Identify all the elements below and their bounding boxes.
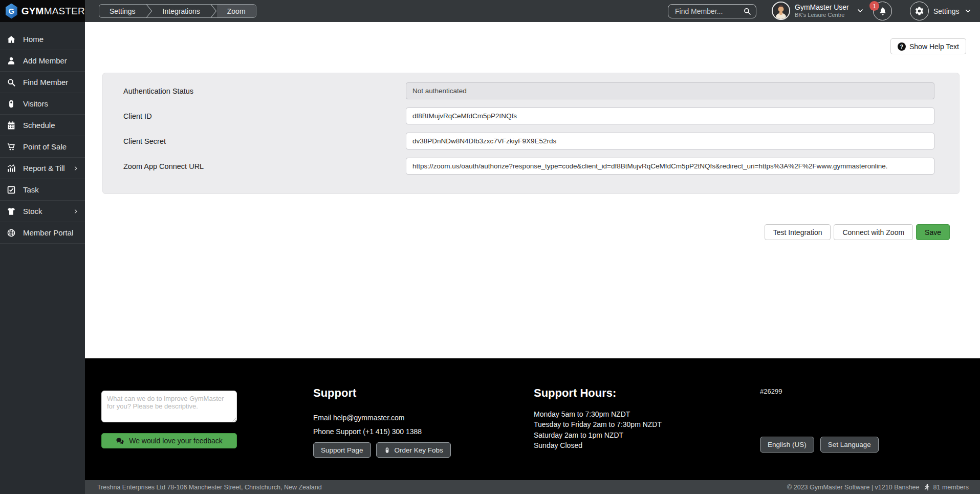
main-content: Show Help Text Authentication Status Cli… (85, 22, 980, 358)
sidebar-item-stock[interactable]: Stock (0, 201, 85, 222)
sidebar-item-home[interactable]: Home (0, 29, 85, 50)
breadcrumb-zoom[interactable]: Zoom (217, 5, 256, 17)
footer: We would love your feedback Support Emai… (85, 358, 980, 480)
form-row-authentication-status: Authentication Status (123, 82, 959, 99)
support-email: Email help@gymmaster.com (313, 414, 451, 422)
settings-label: Settings (933, 7, 960, 15)
topbar: Settings Integrations Zoom GymMaster Use… (85, 0, 980, 22)
field-label: Zoom App Connect URL (123, 162, 406, 170)
bottom-bar: Treshna Enterprises Ltd 78-106 Mancheste… (85, 480, 980, 494)
member-search (668, 4, 756, 18)
sidebar-item-label: Add Member (23, 56, 67, 65)
member-count: 81 members (933, 484, 969, 491)
language-controls: English (US) Set Language (760, 437, 879, 453)
sidebar-item-label: Find Member (23, 78, 68, 87)
gear-icon (914, 6, 924, 16)
notifications-button[interactable]: 1 (873, 2, 892, 20)
settings-menu[interactable]: Settings (910, 2, 972, 20)
feedback-section: We would love your feedback (101, 391, 237, 448)
sidebar-item-visitors[interactable]: Visitors (0, 93, 85, 115)
zoom-integration-form: Authentication Status Client ID Client S… (102, 73, 960, 194)
key-fob-icon (384, 447, 390, 454)
person-icon (7, 56, 16, 66)
field-label: Client ID (123, 112, 406, 120)
support-page-button[interactable]: Support Page (313, 442, 371, 458)
sidebar-item-label: Member Portal (23, 228, 73, 237)
sidebar-item-report-till[interactable]: Report & Till (0, 158, 85, 179)
sidebar-item-label: Home (23, 35, 43, 44)
feedback-button[interactable]: We would love your feedback (101, 433, 237, 448)
current-language-button[interactable]: English (US) (760, 437, 814, 453)
brand-name: GYMMASTER (21, 6, 85, 17)
chevron-right-icon (73, 208, 79, 214)
sidebar-item-member-portal[interactable]: Member Portal (0, 222, 85, 244)
support-hours-line: Sunday Closed (534, 440, 662, 450)
sidebar-item-schedule[interactable]: Schedule (0, 115, 85, 136)
app-root: G GYMMASTER Home Add Member Find Member … (0, 0, 980, 494)
order-key-fobs-button[interactable]: Order Key Fobs (376, 442, 451, 458)
copyright-area: © 2023 GymMaster Software | v1210 Banshe… (787, 483, 969, 491)
support-phone: Phone Support (+1 415) 300 1388 (313, 427, 451, 436)
form-row-client-secret: Client Secret (123, 133, 959, 149)
client-secret-field[interactable] (406, 133, 934, 149)
sidebar-item-point-of-sale[interactable]: Point of Sale (0, 136, 85, 158)
sidebar-nav: Home Add Member Find Member Visitors Sch… (0, 29, 85, 244)
form-row-zoom-app-connect-url: Zoom App Connect URL (123, 158, 959, 175)
company-address: Treshna Enterprises Ltd 78-106 Mancheste… (97, 484, 322, 491)
search-icon (7, 78, 16, 87)
tshirt-icon (7, 207, 16, 216)
settings-button[interactable] (910, 2, 929, 20)
sidebar-item-task[interactable]: Task (0, 179, 85, 201)
support-section: Support Email help@gymmaster.com Phone S… (313, 386, 451, 458)
sidebar: G GYMMASTER Home Add Member Find Member … (0, 0, 85, 494)
user-organisation: BK's Leisure Centre (795, 12, 849, 18)
chat-bubbles-icon (116, 437, 124, 445)
save-button[interactable]: Save (916, 224, 950, 240)
show-help-text-button[interactable]: Show Help Text (890, 38, 966, 54)
sidebar-item-label: Point of Sale (23, 142, 67, 151)
key-fob-icon (7, 99, 16, 109)
running-person-icon (923, 483, 930, 491)
set-language-button[interactable]: Set Language (820, 437, 879, 453)
search-icon[interactable] (743, 7, 751, 15)
avatar (772, 2, 790, 20)
breadcrumb-settings[interactable]: Settings (99, 5, 146, 17)
support-hours-heading: Support Hours: (534, 386, 662, 400)
user-menu[interactable]: GymMaster User BK's Leisure Centre (772, 2, 864, 20)
support-heading: Support (313, 386, 451, 400)
client-id-field[interactable] (406, 108, 934, 124)
connect-with-zoom-button[interactable]: Connect with Zoom (834, 224, 913, 240)
support-hours-line: Saturday 2am to 1pm NZDT (534, 430, 662, 440)
zoom-app-connect-url-field[interactable] (406, 158, 934, 175)
breadcrumb-integrations[interactable]: Integrations (153, 5, 210, 17)
copyright-text: © 2023 GymMaster Software | v1210 Banshe… (787, 484, 919, 491)
sidebar-item-add-member[interactable]: Add Member (0, 50, 85, 72)
brand-logo[interactable]: G GYMMASTER (0, 0, 85, 22)
sidebar-item-label: Visitors (23, 99, 48, 108)
chevron-down-icon (856, 7, 864, 15)
globe-icon (7, 228, 16, 238)
sidebar-item-label: Stock (23, 207, 42, 216)
breadcrumb-separator-icon (146, 5, 153, 17)
sidebar-item-label: Report & Till (23, 164, 65, 173)
notification-badge: 1 (869, 1, 879, 11)
chevron-down-icon (964, 7, 972, 15)
check-square-icon (7, 185, 16, 195)
chart-icon (7, 164, 16, 173)
sidebar-item-find-member[interactable]: Find Member (0, 72, 85, 93)
user-info: GymMaster User BK's Leisure Centre (795, 4, 849, 18)
breadcrumb: Settings Integrations Zoom (99, 4, 256, 18)
chevron-right-icon (73, 165, 79, 171)
breadcrumb-separator-icon (210, 5, 217, 17)
authentication-status-field (406, 82, 934, 99)
sidebar-item-label: Schedule (23, 121, 55, 130)
test-integration-button[interactable]: Test Integration (765, 224, 831, 240)
calendar-icon (7, 121, 16, 130)
sidebar-item-label: Task (23, 185, 39, 194)
support-hours-section: Support Hours: Monday 5am to 7:30pm NZDT… (534, 386, 662, 450)
feedback-textarea[interactable] (101, 391, 237, 422)
form-row-client-id: Client ID (123, 108, 959, 124)
cart-icon (7, 142, 16, 152)
form-actions: Test Integration Connect with Zoom Save (765, 224, 950, 240)
build-number: #26299 (760, 388, 782, 395)
